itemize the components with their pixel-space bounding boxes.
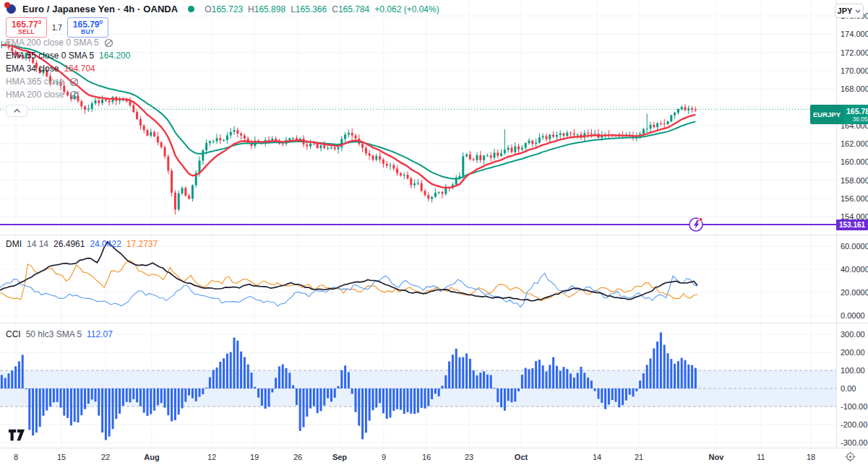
time-tick: 15: [57, 453, 66, 461]
time-tick: 21: [635, 453, 643, 461]
price-tick: 156.000: [841, 194, 868, 203]
currency-label: JPY: [838, 6, 853, 15]
time-tick: 19: [250, 453, 259, 461]
time-tick: Oct: [515, 453, 528, 461]
tradingview-logo[interactable]: [8, 429, 25, 444]
price-tick: 160.000: [841, 157, 868, 166]
time-tick: 12: [207, 453, 216, 461]
time-tick: Nov: [709, 453, 725, 461]
dmi-tick: 40.0000: [841, 265, 868, 274]
settings-gear-icon[interactable]: [845, 451, 856, 465]
dmi-tick: 60.0000: [841, 242, 868, 251]
legend-row-hma200[interactable]: HMA 200 close: [6, 88, 130, 101]
price-tick: 162.000: [841, 139, 868, 148]
dmi-tick: 20.0000: [841, 288, 868, 297]
open-value: 165.723: [212, 4, 243, 14]
market-status-dot: [188, 6, 194, 12]
low-label: L: [291, 4, 296, 14]
ema55-value: 164.200: [99, 51, 130, 61]
legend-row-hma365[interactable]: HMA 365 close: [6, 75, 130, 88]
dmi-name: DMI: [6, 239, 22, 249]
open-label: O: [205, 4, 211, 14]
minus-di-value: 17.2737: [126, 239, 158, 249]
cci-legend[interactable]: CCI 50 hlc3 SMA 5 112.07: [6, 329, 113, 339]
high-label: H: [248, 4, 254, 14]
ema200-label: EMA 200 close 0 SMA 5: [6, 38, 99, 48]
hma200-label: HMA 200 close: [6, 90, 64, 100]
close-value: 165.784: [338, 4, 369, 14]
currency-dropdown[interactable]: JPY: [835, 4, 864, 18]
buy-label: BUY: [81, 29, 95, 35]
tradingview-chart-app: 176.000174.000172.000170.000168.000164.0…: [0, 0, 868, 465]
low-value: 165.366: [296, 4, 327, 14]
sell-price-sup: 3: [38, 19, 41, 25]
badge-price: 165.784: [846, 107, 868, 116]
sell-label: SELL: [18, 29, 35, 35]
adx-value: 26.4961: [53, 239, 85, 249]
current-price-badge: EURJPY 165.784 36:05: [810, 105, 868, 124]
ema34-label: EMA 34 close: [6, 64, 59, 74]
price-tick: 158.000: [841, 176, 868, 185]
time-tick: 18: [807, 453, 815, 461]
close-label: C: [332, 4, 338, 14]
time-tick: 22: [101, 453, 110, 461]
hma365-label: HMA 365 close: [6, 77, 64, 87]
order-panel: 165.773 SELL 1.7 165.790 BUY: [6, 17, 108, 38]
legend-row-ema200[interactable]: EMA 200 close 0 SMA 5: [6, 36, 130, 49]
time-tick: 14: [593, 453, 601, 461]
spread-value: 1.7: [51, 24, 64, 32]
cci-tick: -200.00: [841, 420, 867, 429]
cci-name: CCI: [6, 329, 21, 339]
cci-params: 50 hlc3 SMA 5: [26, 329, 82, 339]
buy-price-sup: 0: [100, 19, 103, 25]
legend-collapse-button[interactable]: [6, 105, 27, 117]
price-tick: 170.000: [841, 66, 868, 75]
change-value: +0.062 (+0.04%): [374, 4, 439, 14]
price-tick: 168.000: [841, 84, 868, 93]
cci-tick: -300.00: [841, 438, 867, 447]
badge-symbol: EURJPY: [810, 105, 843, 124]
cci-tick: -100.00: [841, 402, 867, 411]
time-tick: Sep: [332, 453, 347, 461]
price-tick: 174.000: [841, 30, 868, 38]
time-tick: 11: [757, 453, 765, 461]
cci-value: 112.07: [87, 329, 113, 339]
dmi-tick: 0.0000: [841, 311, 865, 320]
time-axis[interactable]: 81522Aug121926Sep91623Oct1421Nov1118: [14, 453, 815, 461]
time-tick: 9: [382, 453, 386, 461]
eye-off-icon[interactable]: [69, 90, 79, 100]
indicator-legend: EMA 200 close 0 SMA 5 EMA 55 close 0 SMA…: [6, 36, 130, 117]
time-tick: 26: [293, 453, 302, 461]
ema55-label: EMA 55 close 0 SMA 5: [6, 51, 94, 61]
alert-icon[interactable]: [689, 217, 702, 231]
symbol-title[interactable]: Euro / Japanese Yen · 4h · OANDA: [22, 4, 178, 14]
ema34-value: 164.704: [64, 64, 95, 74]
buy-button[interactable]: 165.790 BUY: [67, 17, 108, 38]
time-tick: 23: [465, 453, 473, 461]
dmi-legend[interactable]: DMI 14 14 26.4961 24.0422 17.2737: [6, 239, 158, 249]
chevron-up-icon: [13, 108, 21, 113]
alert-price-badge: 153.161: [836, 220, 868, 230]
cci-tick: 0.00: [841, 384, 856, 393]
badge-countdown: 36:05: [852, 116, 867, 123]
plus-di-value: 24.0422: [90, 239, 121, 249]
main-pane[interactable]: [0, 0, 837, 235]
chevron-down-icon: [855, 9, 861, 13]
ohlc-values: O165.723 H165.898 L165.366 C165.784 +0.0…: [205, 4, 439, 14]
eye-off-icon[interactable]: [104, 38, 113, 48]
high-value: 165.898: [254, 4, 285, 14]
legend-row-ema34[interactable]: EMA 34 close 164.704: [6, 62, 130, 75]
cci-tick: 100.00: [841, 366, 865, 375]
cci-tick: 300.00: [841, 330, 865, 339]
symbol-logo-icon: [6, 4, 17, 14]
sell-button[interactable]: 165.773 SELL: [6, 17, 47, 38]
time-tick: 8: [14, 453, 18, 461]
eye-off-icon[interactable]: [69, 77, 79, 87]
time-tick: 16: [422, 453, 431, 461]
time-tick: Aug: [144, 453, 159, 461]
price-tick: 172.000: [841, 48, 868, 57]
dmi-params: 14 14: [27, 239, 48, 249]
legend-row-ema55[interactable]: EMA 55 close 0 SMA 5 164.200: [6, 49, 130, 62]
cci-tick: 200.00: [841, 348, 865, 357]
symbol-header: Euro / Japanese Yen · 4h · OANDA O165.72…: [6, 4, 439, 14]
